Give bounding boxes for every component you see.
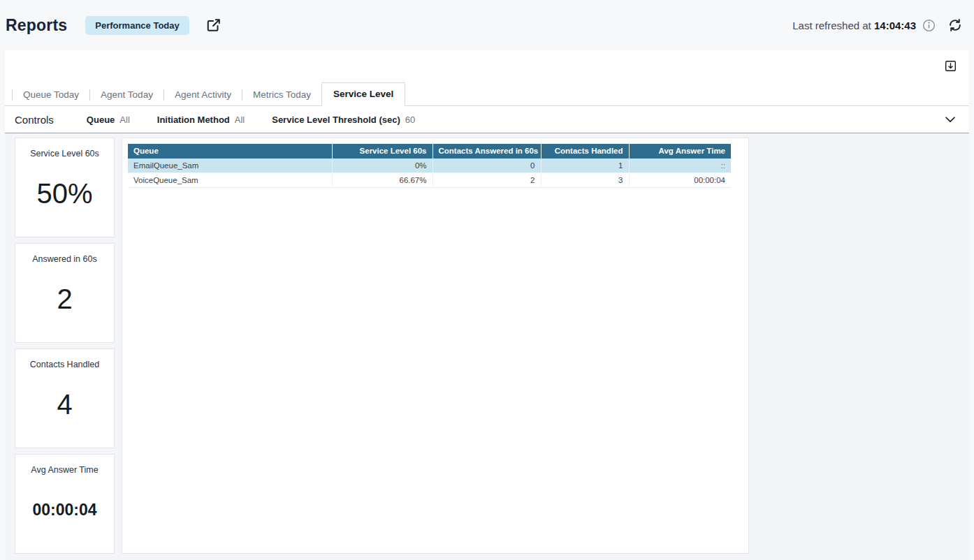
open-in-new-icon	[206, 17, 221, 33]
table-row-voicequeue[interactable]: VoiceQueue_Sam 66.67% 2 3 00:00:04	[128, 173, 731, 188]
kpi-value: 00:00:04	[32, 475, 96, 553]
kpi-title: Answered in 60s	[32, 254, 96, 264]
info-icon	[922, 19, 936, 32]
chevron-down-icon	[943, 112, 958, 127]
kpi-column: Service Level 60s 50% Answered in 60s 2 …	[15, 138, 115, 554]
table-header-row: Queue Service Level 60s Contacts Answere…	[128, 144, 731, 159]
kpi-title: Service Level 60s	[30, 149, 99, 159]
content-panel: Queue Today Agent Today Agent Activity M…	[5, 50, 969, 560]
page-title: Reports	[6, 16, 67, 35]
column-header-contacts-answered[interactable]: Contacts Answered in 60s	[433, 144, 541, 159]
filter-initiation-method[interactable]: Initiation Method All	[157, 115, 245, 125]
filter-service-level-threshold[interactable]: Service Level Threshold (sec) 60	[272, 115, 415, 125]
kpi-value: 50%	[36, 159, 92, 237]
dashboard-body: Service Level 60s 50% Answered in 60s 2 …	[5, 133, 969, 560]
controls-bar: Controls Queue All Initiation Method All…	[5, 106, 969, 133]
tab-service-level[interactable]: Service Level	[321, 82, 405, 106]
top-header: Reports Performance Today Last refreshed…	[0, 0, 974, 50]
service-level-table-panel: Queue Service Level 60s Contacts Answere…	[122, 138, 749, 554]
kpi-card-contacts-handled: Contacts Handled 4	[15, 348, 115, 448]
column-header-queue[interactable]: Queue	[128, 144, 332, 159]
kpi-value: 2	[57, 264, 72, 342]
cell-contacts-answered: 2	[433, 173, 541, 188]
column-header-service-level[interactable]: Service Level 60s	[332, 144, 433, 159]
kpi-card-avg-answer-time: Avg Answer Time 00:00:04	[15, 454, 115, 554]
last-refreshed-text: Last refreshed at 14:04:43	[792, 20, 916, 31]
cell-contacts-answered: 0	[433, 159, 541, 173]
kpi-title: Contacts Handled	[30, 360, 99, 369]
table-row-emailqueue[interactable]: EmailQueue_Sam 0% 0 1 ::	[128, 159, 731, 173]
tab-agent-today[interactable]: Agent Today	[90, 84, 163, 105]
filter-service-level-threshold-value: 60	[405, 115, 415, 125]
cell-contacts-handled: 1	[541, 159, 629, 173]
kpi-title: Avg Answer Time	[31, 465, 98, 475]
download-row	[5, 50, 969, 85]
service-level-table: Queue Service Level 60s Contacts Answere…	[128, 144, 731, 188]
filter-queue-value: All	[119, 115, 129, 125]
last-refreshed-label: Last refreshed at	[792, 20, 871, 31]
filter-initiation-method-label: Initiation Method	[157, 115, 230, 125]
cell-avg-answer-time: ::	[629, 159, 731, 173]
report-name-badge: Performance Today	[85, 16, 189, 35]
refresh-button[interactable]	[947, 17, 963, 33]
column-header-contacts-handled[interactable]: Contacts Handled	[541, 144, 629, 159]
cell-contacts-handled: 3	[541, 173, 629, 188]
open-in-new-button[interactable]	[205, 17, 222, 34]
filter-queue-label: Queue	[87, 115, 115, 125]
info-button[interactable]	[922, 19, 936, 32]
filter-initiation-method-value: All	[235, 115, 245, 125]
page: Reports Performance Today Last refreshed…	[0, 0, 974, 560]
cell-queue: VoiceQueue_Sam	[128, 173, 332, 188]
tab-bar: Queue Today Agent Today Agent Activity M…	[5, 85, 969, 106]
cell-avg-answer-time: 00:00:04	[629, 173, 731, 188]
filter-queue[interactable]: Queue All	[87, 115, 130, 125]
controls-title: Controls	[15, 114, 54, 126]
tab-metrics-today[interactable]: Metrics Today	[242, 84, 321, 105]
tab-agent-activity[interactable]: Agent Activity	[164, 84, 242, 105]
column-header-avg-answer-time[interactable]: Avg Answer Time	[629, 144, 731, 159]
cell-service-level: 0%	[332, 159, 433, 173]
cell-service-level: 66.67%	[332, 173, 433, 188]
kpi-card-service-level: Service Level 60s 50%	[15, 138, 115, 237]
kpi-card-answered-in-60s: Answered in 60s 2	[15, 243, 115, 343]
refresh-status-area: Last refreshed at 14:04:43	[792, 17, 963, 33]
kpi-value: 4	[57, 369, 72, 448]
controls-collapse-button[interactable]	[943, 112, 958, 127]
refresh-icon	[947, 17, 963, 33]
download-icon	[945, 60, 957, 72]
download-button[interactable]	[945, 60, 957, 72]
cell-queue: EmailQueue_Sam	[128, 159, 332, 173]
last-refreshed-time: 14:04:43	[874, 20, 916, 31]
filter-service-level-threshold-label: Service Level Threshold (sec)	[272, 115, 400, 125]
tab-queue-today[interactable]: Queue Today	[13, 84, 89, 105]
